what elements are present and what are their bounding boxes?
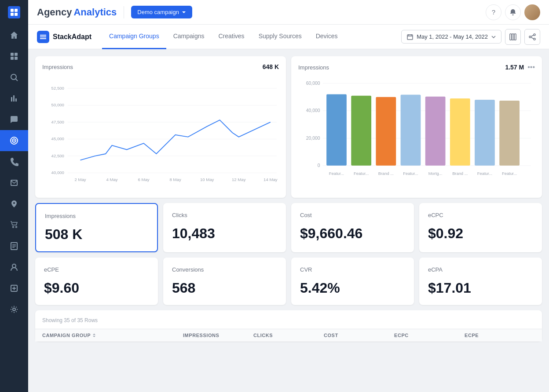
bar-chart-card: Impressions 1.57 M ••• 60,000 40,000 20,…: [291, 56, 542, 198]
svg-text:6 May: 6 May: [138, 177, 150, 182]
tab-campaign-groups[interactable]: Campaign Groups: [102, 25, 166, 49]
svg-text:40,000: 40,000: [51, 170, 64, 175]
sidebar-settings-icon[interactable]: [0, 299, 28, 320]
stackadapt-logo-icon: [39, 33, 47, 41]
brand-analytics-text: Analytics: [73, 7, 117, 18]
svg-rect-28: [512, 34, 514, 40]
metric-ecpa[interactable]: eCPA $17.01: [419, 258, 542, 305]
navbar-divider: [124, 6, 124, 18]
svg-text:20,000: 20,000: [306, 136, 320, 141]
charts-row: Impressions 648 K 52,500 50,000 47,500 4…: [35, 56, 542, 198]
sidebar-home-icon[interactable]: [0, 25, 28, 46]
sidebar-chart-icon[interactable]: [0, 88, 28, 109]
metric-cost-value: $9,660.46: [300, 225, 405, 242]
date-range-picker[interactable]: May 1, 2022 - May 14, 2022: [401, 30, 501, 44]
svg-text:2 May: 2 May: [74, 177, 86, 182]
metric-ecpc[interactable]: eCPC $0.92: [419, 203, 542, 252]
metric-conversions-label: Conversions: [172, 266, 277, 273]
metric-clicks[interactable]: Clicks 10,483: [163, 203, 286, 252]
metric-impressions-label: Impressions: [45, 213, 148, 219]
brand-agency-text: Agency: [37, 7, 72, 18]
svg-text:Mortg...: Mortg...: [428, 171, 443, 176]
metric-cost[interactable]: Cost $9,660.46: [291, 203, 414, 252]
bar-chart-value: 1.57 M: [505, 64, 524, 71]
svg-text:Brand ...: Brand ...: [378, 171, 394, 176]
user-avatar[interactable]: [524, 4, 540, 20]
sidebar-grid-icon[interactable]: [0, 46, 28, 67]
svg-point-22: [13, 308, 15, 311]
sidebar: [0, 0, 28, 392]
tab-supply-sources[interactable]: Supply Sources: [252, 25, 309, 49]
tab-devices[interactable]: Devices: [309, 25, 345, 49]
svg-rect-74: [475, 100, 495, 166]
col-cost: COST: [324, 333, 394, 338]
share-button[interactable]: [524, 29, 540, 45]
sub-navbar: StackAdapt Campaign Groups Campaigns Cre…: [28, 25, 549, 49]
svg-rect-6: [15, 53, 18, 56]
col-impressions: IMPRESSIONS: [183, 333, 253, 338]
metric-cvr-value: 5.42%: [300, 280, 405, 296]
svg-text:47,500: 47,500: [51, 120, 64, 124]
notifications-button[interactable]: [505, 4, 521, 20]
sidebar-location-icon[interactable]: [0, 193, 28, 214]
subnav-brand-name: StackAdapt: [53, 33, 92, 41]
svg-point-31: [529, 36, 531, 38]
date-range-text: May 1, 2022 - May 14, 2022: [417, 33, 488, 40]
table-header: CAMPAIGN GROUP IMPRESSIONS CLICKS COST E…: [35, 329, 542, 341]
metric-cvr[interactable]: CVR 5.42%: [291, 258, 414, 305]
sidebar-message-icon[interactable]: [0, 109, 28, 130]
sidebar-mail-icon[interactable]: [0, 172, 28, 193]
stackadapt-logo: [37, 31, 49, 43]
tab-campaigns[interactable]: Campaigns: [166, 25, 212, 49]
svg-rect-72: [450, 98, 470, 166]
demo-campaign-button[interactable]: Demo campaign: [131, 6, 192, 18]
svg-text:14 May: 14 May: [264, 177, 278, 182]
bar-chart-more-icon[interactable]: •••: [527, 63, 535, 71]
metric-conversions[interactable]: Conversions 568: [163, 258, 286, 305]
app-logo-icon: [8, 6, 20, 18]
svg-text:60,000: 60,000: [306, 81, 320, 86]
sidebar-report-icon[interactable]: [0, 236, 28, 257]
sidebar-logo: [0, 0, 28, 25]
sidebar-search-icon[interactable]: [0, 67, 28, 88]
content-area: Impressions 648 K 52,500 50,000 47,500 4…: [28, 49, 549, 392]
col-ecpe: ECPE: [465, 333, 535, 338]
bar-chart-svg: 60,000 40,000 20,000 0 Featur...: [298, 76, 535, 191]
sidebar-cart-icon[interactable]: [0, 214, 28, 236]
svg-text:40,000: 40,000: [306, 108, 320, 113]
svg-rect-64: [351, 96, 371, 166]
metric-ecpe[interactable]: eCPE $9.60: [35, 258, 158, 305]
columns-button[interactable]: [505, 29, 521, 45]
svg-rect-29: [514, 34, 516, 40]
svg-text:Featur...: Featur...: [502, 171, 517, 176]
sidebar-target-icon[interactable]: [0, 130, 28, 151]
data-table: Showing 35 of 35 Rows CAMPAIGN GROUP IMP…: [35, 310, 542, 341]
col-campaign-group[interactable]: CAMPAIGN GROUP: [42, 333, 183, 338]
svg-point-13: [14, 140, 15, 142]
sidebar-phone-icon[interactable]: [0, 151, 28, 172]
svg-text:Brand ...: Brand ...: [452, 171, 468, 176]
sort-icon: [92, 333, 96, 338]
svg-rect-4: [15, 13, 18, 16]
metric-impressions[interactable]: Impressions 508 K: [35, 203, 158, 252]
sidebar-user-icon[interactable]: [0, 257, 28, 278]
svg-line-10: [16, 79, 18, 81]
svg-text:8 May: 8 May: [170, 177, 181, 182]
svg-rect-68: [401, 95, 421, 166]
tab-creatives[interactable]: Creatives: [211, 25, 251, 49]
metric-ecpa-label: eCPA: [428, 266, 533, 273]
line-chart-title: Impressions: [42, 64, 73, 70]
top-navbar: AgencyAnalytics Demo campaign ?: [28, 0, 549, 25]
svg-text:Featur...: Featur...: [354, 171, 369, 176]
dropdown-chevron-icon: [182, 11, 186, 14]
svg-rect-70: [425, 97, 446, 166]
line-chart-header: Impressions 648 K: [42, 63, 279, 70]
svg-rect-7: [11, 57, 14, 60]
svg-line-34: [531, 37, 534, 39]
svg-text:Featur...: Featur...: [329, 171, 344, 176]
sidebar-plugin-icon[interactable]: [0, 278, 28, 299]
subnav-brand: StackAdapt: [37, 31, 92, 43]
help-button[interactable]: ?: [486, 4, 501, 20]
metric-clicks-value: 10,483: [172, 225, 277, 242]
bar-chart-title: Impressions: [298, 64, 329, 71]
